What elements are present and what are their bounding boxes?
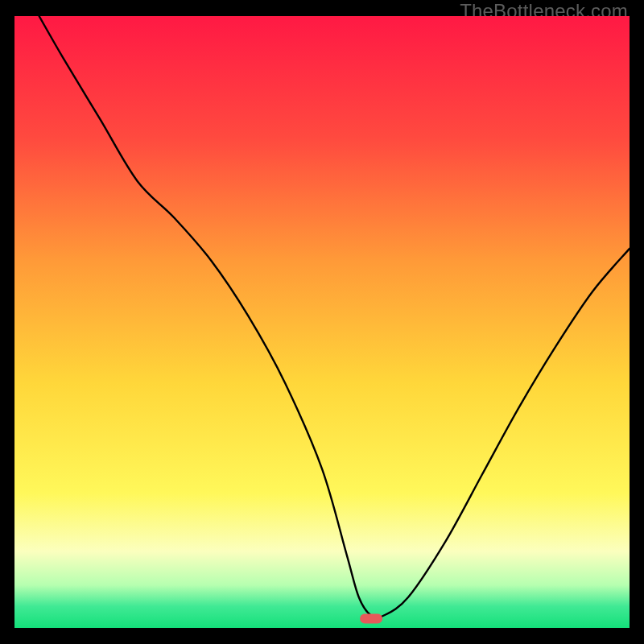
chart-frame [14, 16, 630, 628]
gradient-background [14, 16, 630, 628]
bottleneck-chart [14, 16, 630, 628]
optimal-point-marker [360, 614, 382, 624]
